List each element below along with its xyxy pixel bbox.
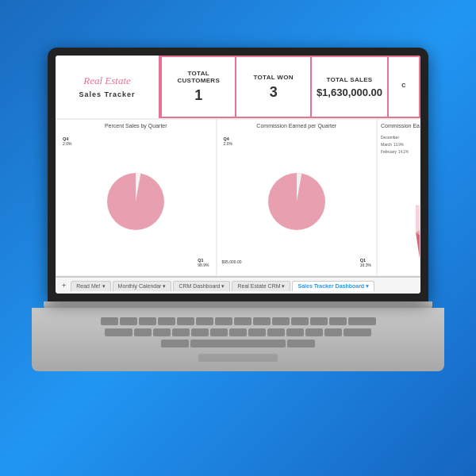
dashboard-header: Real Estate Sales Tracker TOTAL CUSTOMER… <box>56 56 420 119</box>
stat-won-label: TOTAL WON <box>254 74 294 81</box>
stat-won-value: 3 <box>270 84 278 101</box>
key <box>248 328 266 336</box>
key-wide <box>344 328 371 336</box>
key <box>234 317 251 325</box>
key <box>172 328 190 336</box>
tab-monthly-calendar[interactable]: Monthly Calendar ▾ <box>113 281 172 291</box>
logo-line1: Real Estate <box>83 75 131 86</box>
stat-customers-value: 1 <box>194 87 202 104</box>
key-wide <box>161 340 189 347</box>
stat-total-sales: TOTAL SALES $1,630,000.00 <box>312 56 389 118</box>
laptop-wrapper: Real Estate Sales Tracker TOTAL CUSTOMER… <box>32 48 444 428</box>
key <box>229 328 247 336</box>
chart1-pie-svg <box>100 166 171 237</box>
chart3-december: December <box>381 135 416 140</box>
key <box>286 328 304 336</box>
key-wide <box>348 317 376 325</box>
key <box>196 317 213 325</box>
tab-crm-dashboard[interactable]: CRM Dashboard ▾ <box>173 281 230 291</box>
chart3-february: February14.1% <box>381 149 416 154</box>
key <box>134 328 152 336</box>
chart-panel-2: Commission Earned per Quarter Q4 2.0% <box>217 119 378 276</box>
chart1-q1-label: Q1 98.9% <box>198 258 209 267</box>
chart3-title: Commission Earne <box>381 123 420 129</box>
screen-bezel: Real Estate Sales Tracker TOTAL CUSTOMER… <box>48 48 428 301</box>
key <box>305 328 323 336</box>
key <box>139 317 156 325</box>
key-row-3 <box>38 340 438 347</box>
chart2-q4-label: Q4 2.0% <box>224 136 232 146</box>
key <box>215 317 232 325</box>
key-wide <box>287 340 315 347</box>
chart1-title: Percent Sales by Quarter <box>105 123 167 129</box>
key <box>158 317 175 325</box>
stat-sales-label: TOTAL SALES <box>326 76 372 83</box>
chart1-pie-container: Q4 2.0% Q1 <box>60 130 213 272</box>
key-row-2 <box>38 328 438 336</box>
chart3-partial-pie <box>396 201 420 267</box>
chart2-q1-label: Q1 16.3% <box>360 258 371 267</box>
chart2-pie-svg <box>261 166 332 237</box>
stat-sales-value: $1,630,000.00 <box>317 86 382 98</box>
key-wide <box>105 328 132 336</box>
key <box>310 317 328 325</box>
tab-bar: + Read Me! ▾ Monthly Calendar ▾ CRM Dash… <box>56 276 420 294</box>
key <box>210 328 228 336</box>
stat-customers-label: TOTAL CUSTOMERS <box>167 70 230 84</box>
key <box>272 317 290 325</box>
tab-read-me[interactable]: Read Me! ▾ <box>71 281 110 291</box>
stats-row: TOTAL CUSTOMERS 1 TOTAL WON 3 TOTAL SALE… <box>159 56 420 118</box>
tab-real-estate-crm[interactable]: Real Estate CRM ▾ <box>232 281 290 291</box>
key <box>191 328 209 336</box>
logo-cursive: Real Estate Sales Tracker <box>79 75 135 99</box>
chart1-q4-label: Q4 2.0% <box>63 136 71 146</box>
chart2-pie-container: Q4 2.0% $95,000.00 <box>221 130 374 272</box>
key <box>153 328 171 336</box>
screen: Real Estate Sales Tracker TOTAL CUSTOMER… <box>56 56 420 294</box>
key <box>120 317 137 325</box>
laptop-hinge <box>44 301 432 308</box>
tab-sales-tracker-dashboard[interactable]: Sales Tracker Dashboard ▾ <box>292 281 374 291</box>
key <box>177 317 194 325</box>
key <box>291 317 309 325</box>
stat-total-customers: TOTAL CUSTOMERS 1 <box>160 56 236 118</box>
charts-area: Percent Sales by Quarter Q4 2.0% <box>56 119 420 276</box>
chart2-title: Commission Earned per Quarter <box>256 123 336 129</box>
chart-panel-3: Commission Earne December March13.9% Feb… <box>377 119 420 276</box>
key <box>253 317 271 325</box>
keyboard-area <box>32 308 444 371</box>
touchpad[interactable] <box>198 354 278 362</box>
stat-total-won: TOTAL WON 3 <box>236 56 311 118</box>
key <box>267 328 285 336</box>
chart3-march: March13.9% <box>381 142 416 147</box>
chart-panel-1: Percent Sales by Quarter Q4 2.0% <box>56 119 217 276</box>
logo-line2: Sales Tracker <box>79 90 135 98</box>
logo-area: Real Estate Sales Tracker <box>56 56 159 118</box>
key <box>329 317 347 325</box>
tab-add-button[interactable]: + <box>59 280 69 291</box>
chart3-labels: December March13.9% February14.1% <box>381 135 416 154</box>
chart2-value-label: $95,000.00 <box>222 259 242 264</box>
chart3-pie-partial-svg <box>396 201 420 264</box>
key-row-1 <box>38 317 438 325</box>
key <box>324 328 342 336</box>
touchpad-area <box>198 354 278 362</box>
key-space[interactable] <box>190 340 286 347</box>
stat-partial: C <box>389 56 420 118</box>
key <box>101 317 118 325</box>
